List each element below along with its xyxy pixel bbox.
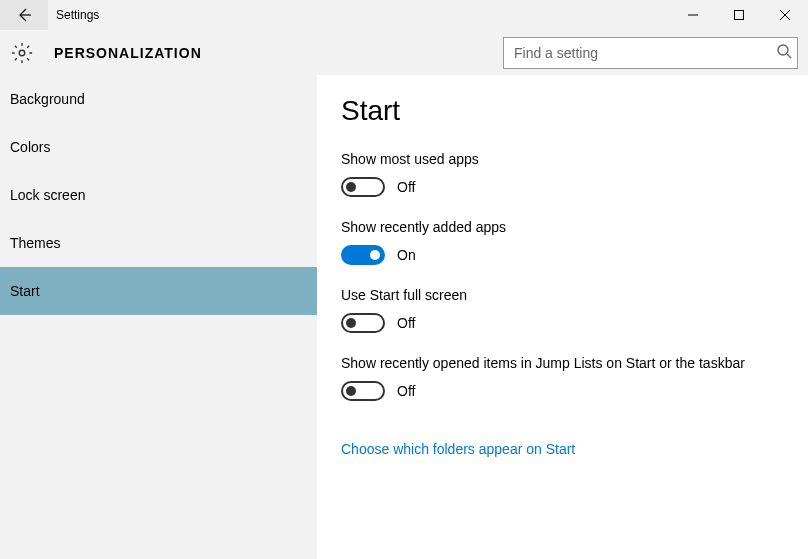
toggle-show-most-used[interactable] <box>341 177 385 197</box>
setting-show-recently-added: Show recently added apps On <box>341 219 784 265</box>
window-controls <box>670 0 808 30</box>
toggle-state: Off <box>397 383 415 399</box>
sidebar-item-label: Colors <box>10 139 50 155</box>
sidebar-item-label: Themes <box>10 235 61 251</box>
toggle-state: Off <box>397 315 415 331</box>
gear-icon <box>10 41 34 65</box>
search-input[interactable] <box>503 37 798 69</box>
minimize-icon <box>688 10 698 20</box>
page-category-title: PERSONALIZATION <box>54 45 503 61</box>
toggle-state: Off <box>397 179 415 195</box>
svg-point-5 <box>778 45 788 55</box>
sidebar-item-label: Background <box>10 91 85 107</box>
window-title: Settings <box>48 8 99 22</box>
sidebar-item-label: Lock screen <box>10 187 85 203</box>
content-pane: Start Show most used apps Off Show recen… <box>317 75 808 559</box>
search-wrap <box>503 37 798 69</box>
setting-label: Show recently added apps <box>341 219 784 235</box>
maximize-icon <box>734 10 744 20</box>
setting-jump-lists: Show recently opened items in Jump Lists… <box>341 355 784 401</box>
setting-label: Show recently opened items in Jump Lists… <box>341 355 784 371</box>
setting-show-most-used: Show most used apps Off <box>341 151 784 197</box>
sidebar-item-label: Start <box>10 283 40 299</box>
minimize-button[interactable] <box>670 0 716 30</box>
close-button[interactable] <box>762 0 808 30</box>
svg-rect-1 <box>735 11 744 20</box>
toggle-start-full-screen[interactable] <box>341 313 385 333</box>
search-icon[interactable] <box>776 43 792 63</box>
sidebar: Background Colors Lock screen Themes Sta… <box>0 75 317 559</box>
svg-point-4 <box>19 50 25 56</box>
sidebar-item-start[interactable]: Start <box>0 267 317 315</box>
header: PERSONALIZATION <box>0 30 808 75</box>
svg-line-6 <box>787 54 791 58</box>
titlebar: Settings <box>0 0 808 30</box>
close-icon <box>780 10 790 20</box>
toggle-show-recently-added[interactable] <box>341 245 385 265</box>
toggle-state: On <box>397 247 416 263</box>
setting-label: Show most used apps <box>341 151 784 167</box>
sidebar-item-colors[interactable]: Colors <box>0 123 317 171</box>
choose-folders-link[interactable]: Choose which folders appear on Start <box>341 441 575 457</box>
maximize-button[interactable] <box>716 0 762 30</box>
setting-label: Use Start full screen <box>341 287 784 303</box>
page-title: Start <box>341 95 784 127</box>
sidebar-item-background[interactable]: Background <box>0 75 317 123</box>
arrow-left-icon <box>16 7 32 23</box>
setting-start-full-screen: Use Start full screen Off <box>341 287 784 333</box>
sidebar-item-lock-screen[interactable]: Lock screen <box>0 171 317 219</box>
back-button[interactable] <box>0 0 48 30</box>
sidebar-item-themes[interactable]: Themes <box>0 219 317 267</box>
toggle-jump-lists[interactable] <box>341 381 385 401</box>
